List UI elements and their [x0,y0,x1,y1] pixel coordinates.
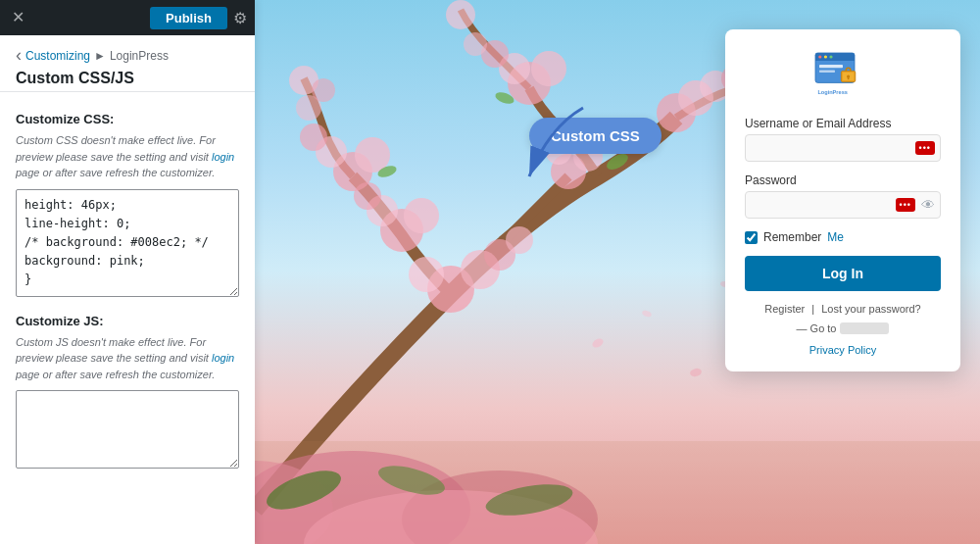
username-input[interactable] [745,134,941,162]
svg-point-4 [464,32,487,56]
preview-background: Custom CSS [255,0,980,544]
breadcrumb-bar: ‹ Customizing ► LoginPress Custom CSS/JS [0,35,255,92]
topbar: ✕ Publish ⚙ [0,0,255,35]
eye-icon[interactable]: 👁 [921,197,935,213]
js-textarea[interactable] [16,390,239,469]
svg-point-34 [689,368,703,378]
widget-logo: LoginPress [745,49,941,103]
username-dots-icon: ••• [915,141,935,155]
svg-point-29 [409,257,444,292]
password-label: Password [745,173,941,187]
topbar-left: ✕ [8,6,28,29]
js-section-label: Customize JS: [16,314,239,328]
widget-links: Register | Lost your password? [745,303,941,315]
remember-checkbox[interactable] [745,231,758,244]
panel-title: Custom CSS/JS [16,70,239,87]
password-dots-icon: ••• [896,198,915,212]
password-field-group: Password ••• 👁 [745,173,941,219]
breadcrumb-customizing[interactable]: Customizing [25,49,90,63]
svg-text:LoginPress: LoginPress [817,89,847,95]
sidebar: ✕ Publish ⚙ ‹ Customizing ► LoginPress C… [0,0,255,544]
css-textarea[interactable] [16,189,239,297]
privacy-policy-link[interactable]: Privacy Policy [809,344,876,356]
svg-point-12 [312,78,335,102]
username-input-wrap: ••• [745,134,941,162]
breadcrumb: ‹ Customizing ► LoginPress [16,45,239,66]
breadcrumb-separator: ► [94,49,106,63]
app-container: ✕ Publish ⚙ ‹ Customizing ► LoginPress C… [0,0,980,544]
css-section-label: Customize CSS: [16,112,239,126]
loginpress-logo-icon: LoginPress [811,49,874,100]
svg-point-24 [404,198,439,233]
svg-point-1 [531,51,566,86]
me-label: Me [827,230,844,244]
js-section-note: Custom JS doesn't make effect live. For … [16,334,239,383]
topbar-right: Publish ⚙ [150,7,247,29]
register-link[interactable]: Register [764,303,805,315]
svg-point-32 [591,337,605,350]
go-to-placeholder [840,322,889,334]
svg-rect-55 [819,65,843,68]
svg-point-53 [824,55,827,58]
remember-me-row: Remember Me [745,230,941,244]
svg-point-31 [506,226,533,254]
go-to-label: — Go to [797,322,837,334]
back-arrow-icon: ‹ [16,45,22,66]
svg-point-52 [818,55,821,58]
back-button[interactable]: ‹ [16,45,22,66]
svg-point-26 [354,182,381,210]
breadcrumb-section: LoginPress [110,49,169,63]
gear-button[interactable]: ⚙ [233,9,247,27]
svg-point-5 [446,0,475,29]
link-separator: | [811,303,814,315]
password-input-wrap: ••• 👁 [745,191,941,219]
svg-rect-60 [848,77,850,79]
privacy-policy-row: Privacy Policy [745,344,941,356]
username-field-group: Username or Email Address ••• [745,117,941,162]
close-button[interactable]: ✕ [8,6,28,29]
svg-rect-56 [819,71,835,73]
preview-area: Custom CSS [255,0,980,544]
username-label: Username or Email Address [745,117,941,130]
arrow-icon [490,98,608,196]
publish-button[interactable]: Publish [150,7,227,29]
login-button[interactable]: Log In [745,256,941,291]
remember-label: Remember [763,230,821,244]
svg-rect-51 [815,59,855,61]
css-section-note: Custom CSS doesn't make effect live. For… [16,132,239,181]
login-widget: LoginPress Username or Email Address •••… [725,29,960,371]
css-login-link[interactable]: login [212,151,234,163]
svg-point-9 [300,124,327,151]
go-to-row: — Go to [745,322,941,334]
svg-point-33 [641,309,652,318]
js-login-link[interactable]: login [212,352,234,364]
lost-password-link[interactable]: Lost your password? [821,303,921,315]
panel-content: Customize CSS: Custom CSS doesn't make e… [0,92,255,544]
svg-point-54 [829,55,832,58]
